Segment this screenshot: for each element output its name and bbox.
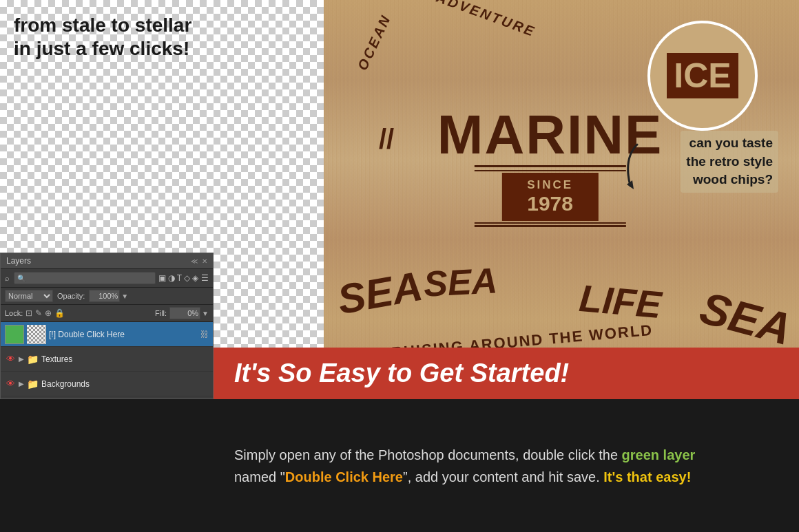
pixel-filter-icon[interactable]: ▣ xyxy=(158,273,166,283)
slashes-decoration: // xyxy=(379,124,394,155)
fill-input[interactable] xyxy=(169,307,200,319)
left-bottom-panel xyxy=(0,399,214,532)
layer-name-textures: Textures xyxy=(41,354,209,364)
double-click-text: Double Click Here xyxy=(285,469,403,485)
red-banner: It's So Easy to Get Started! xyxy=(214,348,799,399)
year-text: 1978 xyxy=(516,192,585,215)
filter-toggle-icon[interactable]: ☰ xyxy=(201,273,209,283)
fill-control: ▼ xyxy=(169,307,209,319)
layers-toolbar: ⌕ 🔍 ▣ ◑ T ◇ ◈ ☰ xyxy=(1,269,213,288)
eye-icon-backgrounds[interactable]: 👁 xyxy=(5,379,16,389)
magnify-arrow xyxy=(610,138,651,193)
layer-arrow-textures[interactable]: ▶ xyxy=(19,355,24,363)
lock-pixel-icon[interactable]: ✎ xyxy=(35,308,42,318)
layer-thumb-green xyxy=(5,325,24,344)
opacity-control: ▼ xyxy=(89,290,128,302)
layer-filter-icons: ▣ ◑ T ◇ ◈ xyxy=(158,273,198,283)
eye-icon-textures[interactable]: 👁 xyxy=(5,354,16,364)
wood-panel: SEA SEA LIFE SEA OCEAN ADVENTURE // MARI… xyxy=(324,0,799,399)
life-text: LIFE xyxy=(577,276,663,327)
lock-all-icon[interactable]: 🔒 xyxy=(54,308,65,318)
green-layer-text: green layer xyxy=(622,447,696,462)
search-icon: 🔍 xyxy=(17,275,25,282)
banner-text: It's So Easy to Get Started! xyxy=(234,359,569,388)
headline-line2: in just a few clicks! xyxy=(14,38,189,59)
layers-title: Layers xyxy=(6,256,31,266)
magnify-content: ICE xyxy=(667,53,738,98)
fill-label: Fill: xyxy=(155,309,167,317)
kind-label: ⌕ xyxy=(5,274,10,282)
blend-mode-select[interactable]: Normal xyxy=(5,290,53,302)
layer-item-double-click[interactable]: [!] Double Click Here ⛓ xyxy=(1,322,213,347)
center-block: SINCE 1978 xyxy=(502,173,599,221)
info-part3: ”, add your content and hit save. xyxy=(403,469,600,485)
info-part2: named " xyxy=(234,469,285,485)
magnify-block: ICE xyxy=(667,53,738,98)
layer-item-textures[interactable]: 👁 ▶ 📁 Textures xyxy=(1,347,213,372)
layer-link-icon: ⛓ xyxy=(200,330,209,339)
smart-filter-icon[interactable]: ◈ xyxy=(192,273,198,283)
lock-fill-row: Lock: ⊡ ✎ ⊕ 🔒 Fill: ▼ xyxy=(1,305,213,322)
lock-position-icon[interactable]: ⊡ xyxy=(25,308,32,318)
info-description: Simply open any of the Photoshop documen… xyxy=(234,444,778,488)
magnify-label: can you taste the retro style wood chips… xyxy=(681,131,778,193)
layer-thumb-checker xyxy=(27,325,46,344)
opacity-label: Opacity: xyxy=(57,292,85,300)
sea-text-center: SEA xyxy=(423,259,499,305)
adjustment-filter-icon[interactable]: ◑ xyxy=(168,273,175,283)
shape-filter-icon[interactable]: ◇ xyxy=(184,273,190,283)
headline-text: from stale to stellar in just a few clic… xyxy=(14,14,191,60)
fill-arrow: ▼ xyxy=(202,310,209,317)
info-text-area: Simply open any of the Photoshop documen… xyxy=(214,399,799,532)
opacity-input[interactable] xyxy=(89,290,120,302)
layer-name-double-click: [!] Double Click Here xyxy=(49,330,198,339)
collapse-icon[interactable]: ≪ xyxy=(191,257,198,265)
lock-move-icon[interactable]: ⊕ xyxy=(45,308,52,318)
info-part1: Simply open any of the Photoshop documen… xyxy=(234,447,618,462)
layers-panel: Layers ≪ ✕ ⌕ 🔍 ▣ ◑ T ◇ ◈ ☰ Normal Opacit… xyxy=(0,253,214,399)
layer-item-backgrounds[interactable]: 👁 ▶ 📁 Backgrounds xyxy=(1,372,213,396)
blend-opacity-row: Normal Opacity: ▼ xyxy=(1,288,213,305)
layers-panel-header: Layers ≪ ✕ xyxy=(1,253,213,269)
magnify-circle: ICE xyxy=(647,21,758,131)
type-filter-icon[interactable]: T xyxy=(177,273,182,283)
layer-name-backgrounds: Backgrounds xyxy=(41,379,209,389)
lock-label: Lock: xyxy=(5,309,23,317)
opacity-arrow: ▼ xyxy=(121,292,128,300)
since-text: SINCE xyxy=(516,178,585,192)
layer-arrow-backgrounds[interactable]: ▶ xyxy=(19,380,24,387)
close-icon[interactable]: ✕ xyxy=(202,257,207,265)
search-box[interactable]: 🔍 xyxy=(14,272,156,284)
folder-icon-textures: 📁 xyxy=(27,354,39,365)
folder-icon-backgrounds: 📁 xyxy=(27,379,39,390)
easy-text: It's that easy! xyxy=(603,469,691,485)
layers-controls: ≪ ✕ xyxy=(191,257,207,265)
headline-line1: from stale to stellar xyxy=(14,14,191,36)
